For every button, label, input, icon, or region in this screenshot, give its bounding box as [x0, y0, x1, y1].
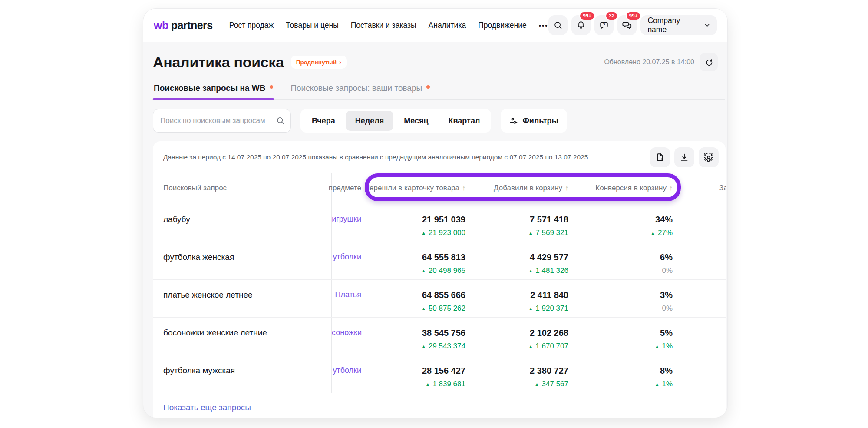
trend-up-icon — [528, 342, 535, 350]
period-month-button[interactable]: Месяц — [394, 111, 438, 131]
table-row: футболка женская утболки 64 555 813 20 4… — [153, 242, 726, 279]
category-link[interactable]: утболки — [333, 252, 361, 261]
updated-timestamp: Обновлено 20.07.25 в 14:00 — [604, 58, 694, 66]
conversion-value: 3% — [568, 290, 673, 300]
card-visits-change: 20 498 965 — [429, 266, 465, 275]
search-button[interactable] — [548, 15, 568, 35]
tab-search-queries-your-products[interactable]: Поисковые запросы: ваши товары — [290, 82, 431, 99]
table-row: футболка мужская утболки 28 156 427 1 83… — [153, 355, 726, 393]
trend-up-icon — [422, 342, 429, 350]
show-more-queries-link[interactable]: Показать ещё запросы — [163, 403, 251, 412]
query-cell: футболка женская — [153, 242, 332, 279]
conversion-value: 6% — [568, 252, 673, 262]
cart-adds-change: 1 920 371 — [535, 304, 568, 312]
nav-item-products-prices[interactable]: Товары и цены — [286, 21, 339, 30]
column-header-cart-conversion[interactable]: Конверсия в корзину — [568, 173, 673, 204]
tab-search-queries-wb[interactable]: Поисковые запросы на WB — [153, 82, 274, 99]
column-header-search-query: Поисковый запрос — [153, 173, 332, 204]
query-cell: платье женское летнее — [153, 280, 332, 317]
period-yesterday-button[interactable]: Вчера — [302, 111, 345, 131]
conversion-value: 5% — [568, 328, 673, 338]
search-icon[interactable] — [276, 116, 285, 125]
column-header-subject-clipped: предмете — [332, 173, 361, 204]
table-footer: Показать ещё запросы — [153, 393, 726, 418]
conversion-change: 0% — [662, 304, 673, 312]
chat-button[interactable]: 99+ — [617, 15, 637, 35]
conversion-value: 34% — [568, 215, 673, 225]
sort-asc-icon — [669, 184, 673, 192]
cart-adds-change: 7 569 321 — [535, 229, 568, 237]
table-row: лабубу игрушки 21 951 039 21 923 000 7 5… — [153, 204, 726, 242]
download-icon — [680, 153, 689, 162]
category-link[interactable]: соножки — [332, 328, 362, 337]
nav-item-promotion[interactable]: Продвижение — [478, 21, 527, 30]
cart-adds-value: 7 571 418 — [465, 215, 568, 225]
page-content: Аналитика поиска Продвинутый › Обновлено… — [143, 42, 727, 418]
new-indicator-dot — [426, 85, 430, 89]
nav-item-supplies-orders[interactable]: Поставки и заказы — [351, 21, 416, 30]
card-visits-value: 64 555 813 — [361, 252, 465, 262]
chat-bubbles-icon — [622, 20, 632, 30]
card-visits-value: 21 951 039 — [361, 215, 465, 225]
search-icon — [553, 20, 563, 30]
trend-up-icon — [422, 304, 429, 312]
column-header-added-to-cart[interactable]: Добавили в корзину — [465, 173, 568, 204]
new-indicator-dot — [270, 85, 273, 89]
table-settings-button[interactable] — [699, 147, 719, 167]
category-link[interactable]: Платья — [335, 290, 361, 299]
more-menu-icon[interactable]: ••• — [539, 22, 548, 29]
period-comparison-info: Данные за период с 14.07.2025 по 20.07.2… — [163, 153, 650, 161]
sort-asc-icon — [462, 184, 465, 192]
card-visits-change: 21 923 000 — [429, 229, 465, 237]
gear-icon — [704, 153, 713, 162]
column-header-product-card-visits[interactable]: Перешли в карточку товара — [361, 173, 465, 204]
trend-up-icon — [651, 229, 658, 237]
card-visits-value: 38 545 756 — [361, 328, 465, 338]
company-switcher[interactable]: Company name — [640, 15, 717, 35]
tabs-bar: Поисковые запросы на WB Поисковые запрос… — [152, 82, 725, 100]
card-visits-change: 1 839 681 — [432, 380, 465, 388]
page-header: Аналитика поиска Продвинутый › Обновлено… — [152, 42, 725, 71]
filters-label: Фильтры — [522, 116, 558, 126]
search-input[interactable] — [153, 109, 291, 133]
notifications-button[interactable]: 99+ — [571, 15, 591, 35]
trend-up-icon — [426, 380, 432, 388]
tab-label: Поисковые запросы: ваши товары — [290, 83, 422, 93]
cart-adds-change: 1 481 326 — [535, 266, 568, 275]
trend-up-icon — [422, 266, 429, 275]
trend-up-icon — [535, 380, 541, 388]
help-button[interactable]: ? 32 — [594, 15, 614, 35]
category-link[interactable]: игрушки — [332, 215, 361, 223]
table-actions — [650, 147, 719, 167]
column-header-orders-clipped: Зак — [673, 173, 726, 204]
column-header-label: Конверсия в корзину — [595, 184, 667, 192]
cart-adds-value: 2 380 727 — [465, 366, 568, 376]
period-quarter-button[interactable]: Квартал — [439, 111, 490, 131]
plan-badge-label: Продвинутый — [296, 59, 337, 66]
query-search-field — [153, 109, 291, 133]
download-button[interactable] — [674, 147, 694, 167]
period-week-button[interactable]: Неделя — [346, 111, 393, 131]
create-report-button[interactable] — [650, 147, 670, 167]
filters-button[interactable]: Фильтры — [501, 109, 567, 133]
column-header-label: Добавили в корзину — [494, 184, 562, 192]
trend-up-icon — [655, 380, 662, 388]
plan-advanced-badge[interactable]: Продвинутый › — [291, 56, 347, 69]
refresh-button[interactable] — [700, 53, 718, 71]
card-visits-value: 64 855 666 — [361, 290, 465, 300]
query-cell: футболка мужская — [153, 355, 332, 393]
wb-partners-logo[interactable]: wb partners — [154, 19, 213, 32]
chat-badge: 99+ — [626, 11, 641, 20]
nav-item-analytics[interactable]: Аналитика — [429, 21, 466, 30]
nav-item-sales-growth[interactable]: Рост продаж — [229, 21, 274, 30]
topbar-right-cluster: 99+ ? 32 99+ Company name — [548, 15, 717, 35]
sort-asc-icon — [565, 184, 568, 192]
sliders-icon — [509, 116, 518, 125]
category-link[interactable]: утболки — [333, 366, 361, 375]
trend-up-icon — [422, 229, 429, 237]
cart-adds-change: 1 670 707 — [535, 342, 568, 350]
tab-label: Поисковые запросы на WB — [154, 83, 265, 93]
cart-adds-value: 2 102 268 — [465, 328, 568, 338]
notifications-badge: 99+ — [579, 11, 595, 20]
help-badge: 32 — [605, 11, 618, 20]
